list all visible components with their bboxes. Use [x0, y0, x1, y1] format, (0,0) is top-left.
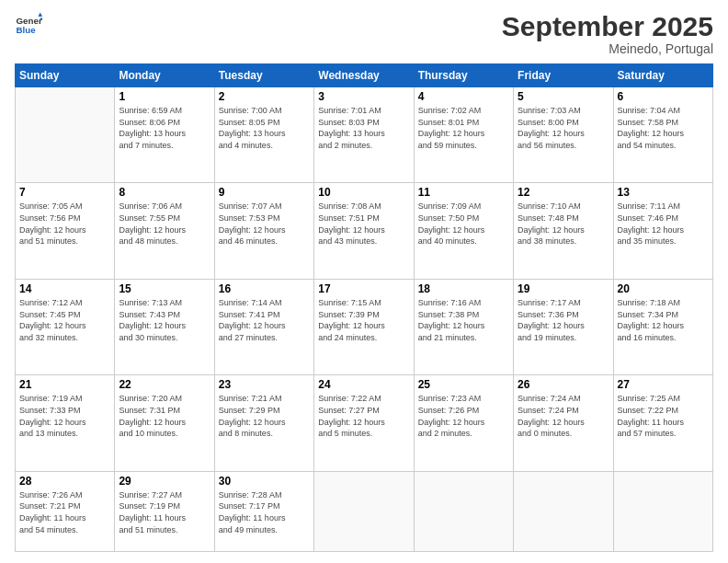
logo: General Blue	[15, 11, 42, 39]
table-row: 26Sunrise: 7:24 AM Sunset: 7:24 PM Dayli…	[514, 375, 613, 471]
col-sunday: Sunday	[16, 64, 115, 87]
table-row: 24Sunrise: 7:22 AM Sunset: 7:27 PM Dayli…	[314, 375, 414, 471]
table-row: 19Sunrise: 7:17 AM Sunset: 7:36 PM Dayli…	[514, 279, 613, 374]
day-info: Sunrise: 7:15 AM Sunset: 7:39 PM Dayligh…	[318, 297, 409, 343]
day-info: Sunrise: 7:14 AM Sunset: 7:41 PM Dayligh…	[219, 297, 310, 343]
day-info: Sunrise: 7:08 AM Sunset: 7:51 PM Dayligh…	[318, 201, 409, 247]
table-row	[16, 87, 115, 183]
day-info: Sunrise: 7:23 AM Sunset: 7:26 PM Dayligh…	[418, 393, 509, 439]
table-row: 23Sunrise: 7:21 AM Sunset: 7:29 PM Dayli…	[214, 375, 313, 471]
col-monday: Monday	[115, 64, 214, 87]
day-number: 29	[119, 475, 210, 488]
day-info: Sunrise: 7:05 AM Sunset: 7:56 PM Dayligh…	[19, 201, 110, 247]
table-row: 4Sunrise: 7:02 AM Sunset: 8:01 PM Daylig…	[414, 87, 513, 183]
day-number: 1	[119, 90, 210, 103]
table-row: 10Sunrise: 7:08 AM Sunset: 7:51 PM Dayli…	[314, 183, 414, 279]
day-number: 18	[418, 282, 509, 295]
day-info: Sunrise: 7:18 AM Sunset: 7:34 PM Dayligh…	[618, 297, 709, 343]
table-row: 5Sunrise: 7:03 AM Sunset: 8:00 PM Daylig…	[514, 87, 613, 183]
day-number: 26	[518, 378, 609, 391]
table-row: 20Sunrise: 7:18 AM Sunset: 7:34 PM Dayli…	[613, 279, 712, 374]
day-info: Sunrise: 7:26 AM Sunset: 7:21 PM Dayligh…	[19, 489, 110, 535]
day-info: Sunrise: 7:02 AM Sunset: 8:01 PM Dayligh…	[418, 105, 509, 151]
table-row: 29Sunrise: 7:27 AM Sunset: 7:19 PM Dayli…	[115, 471, 214, 551]
col-thursday: Thursday	[414, 64, 513, 87]
day-info: Sunrise: 7:00 AM Sunset: 8:05 PM Dayligh…	[219, 105, 310, 151]
svg-marker-2	[39, 13, 43, 17]
svg-text:Blue: Blue	[17, 25, 37, 35]
table-row: 27Sunrise: 7:25 AM Sunset: 7:22 PM Dayli…	[613, 375, 712, 471]
table-row: 1Sunrise: 6:59 AM Sunset: 8:06 PM Daylig…	[115, 87, 214, 183]
day-info: Sunrise: 7:28 AM Sunset: 7:17 PM Dayligh…	[219, 489, 310, 535]
page: General Blue September 2025 Meinedo, Por…	[0, 0, 728, 563]
day-number: 22	[119, 378, 210, 391]
day-info: Sunrise: 7:12 AM Sunset: 7:45 PM Dayligh…	[19, 297, 110, 343]
table-row: 14Sunrise: 7:12 AM Sunset: 7:45 PM Dayli…	[16, 279, 115, 374]
day-info: Sunrise: 7:01 AM Sunset: 8:03 PM Dayligh…	[318, 105, 409, 151]
table-row: 6Sunrise: 7:04 AM Sunset: 7:58 PM Daylig…	[613, 87, 712, 183]
day-info: Sunrise: 7:09 AM Sunset: 7:50 PM Dayligh…	[418, 201, 509, 247]
day-number: 4	[418, 90, 509, 103]
col-wednesday: Wednesday	[314, 64, 414, 87]
day-number: 3	[318, 90, 409, 103]
day-number: 19	[518, 282, 609, 295]
calendar-table: Sunday Monday Tuesday Wednesday Thursday…	[15, 63, 713, 552]
calendar-header-row: Sunday Monday Tuesday Wednesday Thursday…	[16, 64, 713, 87]
col-tuesday: Tuesday	[214, 64, 313, 87]
table-row: 30Sunrise: 7:28 AM Sunset: 7:17 PM Dayli…	[214, 471, 313, 551]
table-row: 13Sunrise: 7:11 AM Sunset: 7:46 PM Dayli…	[613, 183, 712, 279]
table-row: 15Sunrise: 7:13 AM Sunset: 7:43 PM Dayli…	[115, 279, 214, 374]
day-number: 20	[618, 282, 709, 295]
day-info: Sunrise: 7:21 AM Sunset: 7:29 PM Dayligh…	[219, 393, 310, 439]
col-friday: Friday	[514, 64, 613, 87]
title-block: September 2025 Meinedo, Portugal	[502, 11, 713, 56]
day-number: 25	[418, 378, 509, 391]
day-info: Sunrise: 7:22 AM Sunset: 7:27 PM Dayligh…	[318, 393, 409, 439]
day-info: Sunrise: 7:04 AM Sunset: 7:58 PM Dayligh…	[618, 105, 709, 151]
day-info: Sunrise: 7:13 AM Sunset: 7:43 PM Dayligh…	[119, 297, 210, 343]
day-number: 21	[19, 378, 110, 391]
day-number: 27	[618, 378, 709, 391]
day-number: 5	[518, 90, 609, 103]
page-title: September 2025	[502, 11, 713, 41]
day-info: Sunrise: 7:16 AM Sunset: 7:38 PM Dayligh…	[418, 297, 509, 343]
day-info: Sunrise: 7:27 AM Sunset: 7:19 PM Dayligh…	[119, 489, 210, 535]
day-number: 23	[219, 378, 310, 391]
table-row: 2Sunrise: 7:00 AM Sunset: 8:05 PM Daylig…	[214, 87, 313, 183]
table-row: 21Sunrise: 7:19 AM Sunset: 7:33 PM Dayli…	[16, 375, 115, 471]
table-row: 9Sunrise: 7:07 AM Sunset: 7:53 PM Daylig…	[214, 183, 313, 279]
logo-icon: General Blue	[15, 11, 42, 39]
day-number: 10	[318, 186, 409, 199]
day-number: 14	[19, 282, 110, 295]
day-info: Sunrise: 7:17 AM Sunset: 7:36 PM Dayligh…	[518, 297, 609, 343]
table-row	[314, 471, 414, 551]
day-info: Sunrise: 7:24 AM Sunset: 7:24 PM Dayligh…	[518, 393, 609, 439]
header: General Blue September 2025 Meinedo, Por…	[15, 11, 713, 56]
table-row: 18Sunrise: 7:16 AM Sunset: 7:38 PM Dayli…	[414, 279, 513, 374]
day-info: Sunrise: 7:19 AM Sunset: 7:33 PM Dayligh…	[19, 393, 110, 439]
day-info: Sunrise: 7:20 AM Sunset: 7:31 PM Dayligh…	[119, 393, 210, 439]
table-row: 12Sunrise: 7:10 AM Sunset: 7:48 PM Dayli…	[514, 183, 613, 279]
table-row: 16Sunrise: 7:14 AM Sunset: 7:41 PM Dayli…	[214, 279, 313, 374]
day-number: 17	[318, 282, 409, 295]
table-row: 11Sunrise: 7:09 AM Sunset: 7:50 PM Dayli…	[414, 183, 513, 279]
table-row: 22Sunrise: 7:20 AM Sunset: 7:31 PM Dayli…	[115, 375, 214, 471]
day-number: 6	[618, 90, 709, 103]
day-info: Sunrise: 7:11 AM Sunset: 7:46 PM Dayligh…	[618, 201, 709, 247]
day-info: Sunrise: 6:59 AM Sunset: 8:06 PM Dayligh…	[119, 105, 210, 151]
day-info: Sunrise: 7:06 AM Sunset: 7:55 PM Dayligh…	[119, 201, 210, 247]
day-number: 24	[318, 378, 409, 391]
day-number: 8	[119, 186, 210, 199]
table-row	[514, 471, 613, 551]
table-row	[613, 471, 712, 551]
day-number: 11	[418, 186, 509, 199]
page-subtitle: Meinedo, Portugal	[502, 41, 713, 56]
day-info: Sunrise: 7:10 AM Sunset: 7:48 PM Dayligh…	[518, 201, 609, 247]
table-row: 7Sunrise: 7:05 AM Sunset: 7:56 PM Daylig…	[16, 183, 115, 279]
day-number: 16	[219, 282, 310, 295]
day-number: 12	[518, 186, 609, 199]
table-row: 8Sunrise: 7:06 AM Sunset: 7:55 PM Daylig…	[115, 183, 214, 279]
day-info: Sunrise: 7:25 AM Sunset: 7:22 PM Dayligh…	[618, 393, 709, 439]
day-number: 28	[19, 475, 110, 488]
table-row: 25Sunrise: 7:23 AM Sunset: 7:26 PM Dayli…	[414, 375, 513, 471]
